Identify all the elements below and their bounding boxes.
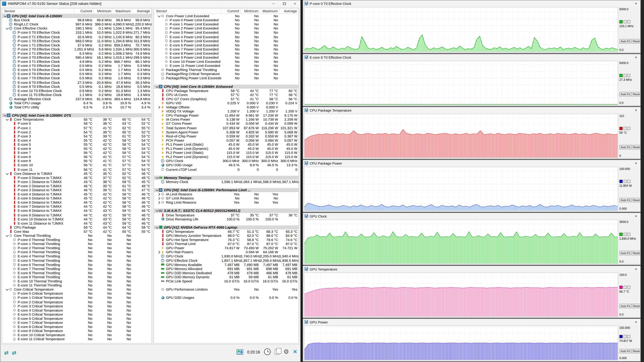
sensor-row[interactable]: P-core 354 °C39 °C61 °C53 °C [2, 134, 152, 138]
sensor-row[interactable]: E-core 10 Thermal ThrottlingNoNoNo [2, 279, 152, 283]
auto-fit-button[interactable]: Auto Fit [619, 39, 631, 43]
reset-button[interactable]: Reset [632, 251, 641, 255]
chevron-down-icon[interactable] [5, 27, 9, 30]
graph-close-icon[interactable]: × [632, 1, 640, 6]
sensor-row[interactable]: Core Critical TemperatureNoNoNo [2, 287, 152, 292]
sensor-row[interactable]: P-core 1 T1 Effective Clock37.6 MHz0.2 M… [2, 43, 152, 47]
graph-close-icon[interactable]: × [632, 267, 640, 271]
sensor-row[interactable]: GPU Power74.817 W73.493 W75.202 W74.721 … [154, 246, 298, 250]
sensor-row[interactable]: P-core 2 T1 Effective Clock6.3 MHz0.2 MH… [2, 51, 152, 55]
sensor-row[interactable]: E-core 10 Power Limit ExceededNoNoNo [154, 59, 298, 64]
swatch-config-button[interactable] [623, 286, 626, 289]
sensor-row[interactable]: E-core 8 Distance to TJMAX44 °C43 °C59 °… [2, 209, 152, 213]
reset-button[interactable]: Reset [632, 39, 641, 43]
sensor-row[interactable]: P-core 0 T0 Effective Clock153.1 MHz10.0… [2, 30, 152, 35]
next-values-button[interactable]: ⇄ [12, 349, 16, 357]
sensor-row[interactable]: E-core 8 Critical TemperatureNoNoNo [2, 325, 152, 329]
reset-button[interactable]: Reset [632, 304, 641, 308]
prev-values-button[interactable]: ⇄ [4, 349, 8, 357]
sensor-row[interactable]: E-core 10 Distance to TJMAX44 °C43 °C59 … [2, 217, 152, 221]
auto-fit-button[interactable]: Auto Fit [619, 92, 631, 96]
sensor-row[interactable]: GPU Memory Allocated691 MB691 MB698 MB69… [154, 267, 298, 271]
auto-fit-button[interactable]: Auto Fit [619, 349, 631, 354]
sensor-row[interactable]: PCIe Link Speed16.0 GT/s16.0 GT/s16.0 GT… [154, 279, 298, 283]
sensor-row[interactable]: E-core 5 Distance to TJMAX45 °C42 °C58 °… [2, 196, 152, 200]
sensor-row[interactable]: E-core 10 Critical TemperatureNoNoNo [2, 333, 152, 337]
sensor-row[interactable]: GPU D3D Memory Dedicated478 MB478 MB486 … [154, 271, 298, 275]
sensor-row[interactable]: E-core 6 Distance to TJMAX45 °C42 °C58 °… [2, 200, 152, 205]
sensor-row[interactable]: E-core 9 Critical TemperatureNoNoNo [2, 329, 152, 333]
sensor-row[interactable]: E-core 9 Power Limit ExceededNoNoNo [154, 55, 298, 59]
sensor-row[interactable]: E-core 6 Critical TemperatureNoNoNo [2, 317, 152, 321]
series-color-swatch[interactable] [619, 180, 623, 183]
series-color-swatch[interactable] [619, 20, 623, 24]
sensor-row[interactable]: Drive Temperature37 °C35 °C37 °C36 °C [154, 213, 298, 217]
sensor-row[interactable]: E-core 11 Power Limit ExceededNoNoNo [154, 64, 298, 68]
sensor-row[interactable]: P-core 0 Power Limit ExceededNoNoNo [154, 18, 298, 22]
sensor-row[interactable]: P-core 2 Critical TemperatureNoNoNo [2, 300, 152, 304]
swatch-config-button[interactable] [623, 335, 626, 338]
sensor-row[interactable]: GPU D3D Usage46.5 %8.0 %46.5 %13.3 % [154, 163, 298, 167]
sensor-row[interactable]: GPU Hot Spot Temperature76.3 °C58.8 °C78… [154, 238, 298, 242]
graph-title-bar[interactable]: CPU Package Temperature× [303, 107, 640, 113]
swatch-config-button[interactable] [623, 180, 626, 183]
swatch-config-button-2[interactable] [627, 127, 630, 130]
sensor-row[interactable]: Total System Power107.853 W87.676 W116.2… [154, 126, 298, 130]
settings-gear-icon[interactable]: ⚙ [284, 349, 289, 355]
series-color-swatch[interactable] [619, 335, 623, 338]
graph-close-icon[interactable]: × [632, 320, 640, 324]
sensor-row[interactable]: Package/Ring Critical TemperatureNoNoNo [154, 72, 298, 76]
sensor-row[interactable]: P-core 254 °C39 °C65 °C52 °C [2, 130, 152, 134]
sensor-row[interactable]: Rest-of-Chip Power0.559 W0.332 W0.559 W0… [154, 134, 298, 138]
sensor-row[interactable]: System Agent Power5.306 W4.825 W5.590 W5… [154, 130, 298, 134]
sensor-row[interactable]: E-core 5 Thermal ThrottlingNoNoNo [2, 258, 152, 263]
chevron-right-icon[interactable] [157, 192, 161, 196]
sensor-row[interactable]: PL2 Power Limit (Static)115.0 W115.0 W11… [154, 151, 298, 155]
sensor-row[interactable]: E-core 11 T0 Effective Clock1.1 MHz0.2 M… [2, 93, 152, 97]
chevron-down-icon[interactable] [155, 225, 159, 229]
chevron-down-icon[interactable] [157, 14, 161, 18]
sensor-row[interactable]: CPU Package Temperature59 °C44 °C77 °C60… [154, 88, 298, 93]
sensor-row[interactable]: P-core 3 Critical TemperatureNoNoNo [2, 304, 152, 308]
sensor-row[interactable]: GPU Effective Clock1,857.1 MHz1,857.1 MH… [154, 258, 298, 263]
sensor-row[interactable]: E-core 7 Power Limit ExceededNoNoNo [154, 47, 298, 51]
sensor-row[interactable]: E-core 1056 °C41 °C57 °C54 °C [2, 163, 152, 167]
chevron-down-icon[interactable] [3, 14, 7, 18]
series-color-swatch[interactable] [619, 74, 623, 77]
sensor-row[interactable]: E-core 6 Power Limit ExceededNoNoNo [154, 43, 298, 47]
sensor-row[interactable]: Current cTDP Level0000 [154, 167, 298, 171]
swatch-config-button[interactable] [623, 74, 626, 77]
sensor-row[interactable]: E-core 8 Thermal ThrottlingNoNoNo [2, 271, 152, 275]
sensor-row[interactable]: E-core 9 Distance to TJMAX44 °C43 °C59 °… [2, 213, 152, 217]
series-color-swatch[interactable] [619, 233, 623, 236]
sensor-row[interactable]: Package/Ring Power Limit ExceededNoNoNo [154, 76, 298, 80]
sensor-row[interactable]: P-core 157 °C41 °C62 °C55 °C [2, 126, 152, 130]
sensor-row[interactable]: E-core 7 T0 Effective Clock0.5 MHz0.2 MH… [2, 76, 152, 80]
sensor-row[interactable]: Core Power Limit ExceededNoNoNo [154, 14, 298, 18]
sensor-row[interactable]: Core Temperatures55 °C38 °C65 °C54 °C [2, 117, 152, 122]
chevron-right-icon[interactable] [157, 250, 161, 254]
sensor-row[interactable]: P-core 3 T1 Effective Clock4.9 MHz0.2 MH… [2, 59, 152, 64]
sensor-row[interactable]: PL2 Power Limit (Dynamic)115.0 W115.0 W1… [154, 155, 298, 159]
graph-title-bar[interactable]: GPU Power× [303, 319, 640, 325]
sensor-row[interactable]: E-core 856 °C41 °C57 °C54 °C [2, 155, 152, 159]
sensor-row[interactable]: PL1 Power Limit (Dynamic)45.0 W45.0 W45.… [154, 146, 298, 151]
column-header-maximum[interactable]: Maximum [260, 8, 279, 13]
graph-title-bar[interactable]: GPU Temperature× [303, 266, 640, 272]
sensor-row[interactable]: E-core 7 Thermal ThrottlingNoNoNo [2, 267, 152, 271]
close-sensors-icon[interactable]: × [293, 349, 297, 355]
column-header-minimum[interactable]: Minimum [241, 8, 260, 13]
reset-button[interactable]: Reset [632, 92, 641, 96]
sensor-row[interactable]: GT Limit ReasonsNoNoNo [154, 196, 298, 200]
graph-close-icon[interactable]: × [632, 214, 640, 218]
sensor-row[interactable]: P-core 3 T0 Effective Clock580.4 MHz18.1… [2, 55, 152, 59]
sensor-row[interactable]: GPU Memory Available7,497 MB7,490 MB7,49… [154, 263, 298, 267]
graph-title-bar[interactable]: P-core 0 T0 Effective Clock× [303, 0, 640, 6]
chevron-right-icon[interactable] [157, 201, 161, 204]
column-header-sensor[interactable]: Sensor [154, 8, 221, 13]
auto-fit-button[interactable]: Auto Fit [619, 145, 631, 149]
sensor-row[interactable]: Memory Clock1,596.1 MHz1,064.1 MHz1,596.… [154, 180, 298, 184]
sensor-row[interactable]: P-core 2 Distance to TJMAX46 °C35 °C61 °… [2, 184, 152, 188]
reset-button[interactable]: Reset [632, 349, 641, 354]
chevron-down-icon[interactable] [5, 118, 9, 121]
